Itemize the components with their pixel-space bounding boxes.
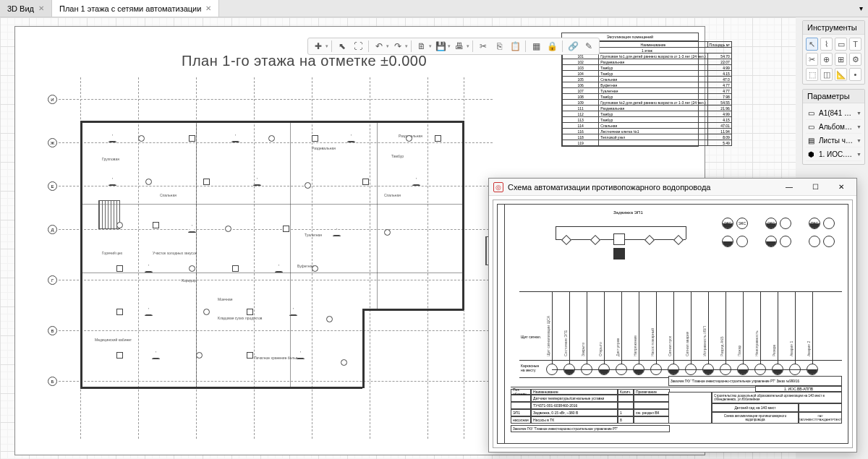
tool-button[interactable]: ✂ — [806, 53, 818, 66]
node: ПКС — [809, 218, 820, 229]
chevron-down-icon: ▼ — [856, 124, 861, 129]
undo-icon[interactable]: ↶ — [372, 39, 386, 53]
grid-bubble: Е — [48, 181, 57, 191]
room-label: Коридор — [182, 278, 196, 283]
param-label: 1. ИОС.ВВ-АГ — [819, 150, 854, 158]
link-icon[interactable]: 🔗 — [566, 39, 580, 53]
table-row: 105Спальная47.0 — [563, 77, 732, 82]
param-row[interactable]: ▭Альбомная▼ — [806, 120, 861, 134]
floor-plan: И Ж Е Д Г В Б Спальная Групповая — [73, 92, 478, 424]
param-icon: ▭ — [806, 121, 816, 132]
column-label: Сигнал пуск — [668, 295, 672, 356]
view-icon[interactable]: ▦ — [529, 39, 543, 53]
room-label: Спальная — [160, 193, 176, 197]
room-label: Тамбур — [391, 154, 404, 158]
spec-cell — [511, 395, 531, 402]
tabs-more-button[interactable]: ▾ — [854, 0, 868, 17]
popup-titlebar[interactable]: ◎ Схема автоматизации противопожарного в… — [489, 179, 856, 196]
tab-3d-view[interactable]: 3D Вид ✕ — [0, 0, 52, 17]
device-symbol — [435, 135, 441, 142]
column-label: Щит сигнализации ЩСА — [546, 295, 550, 356]
column-label: Резерв — [772, 295, 776, 356]
add-icon[interactable]: ✚ — [311, 39, 326, 53]
device-symbol — [247, 309, 253, 315]
tab-plan-1-floor[interactable]: План 1 этажа с сетями автоматизации ✕ — [52, 0, 219, 17]
spec-cell: Насосы в ТК — [531, 416, 618, 424]
param-row[interactable]: ▭A1(841 x 594)▼ — [806, 106, 861, 120]
param-icon: ▭ — [806, 108, 816, 118]
schematic-top: Задвижка ЭП1 ЭКС ЭКС ЭКС — [519, 210, 842, 268]
redo-icon[interactable]: ↷ — [391, 39, 405, 53]
tool-button[interactable]: • — [849, 68, 861, 81]
pan-icon[interactable]: ⛶ — [351, 39, 365, 53]
tool-button[interactable]: ↖ — [806, 38, 818, 51]
minimize-button[interactable]: — — [778, 180, 800, 194]
tool-button[interactable]: ⚙ — [849, 53, 861, 66]
title-block: Поз. обознач. Наименование Колич. Примеч… — [511, 387, 842, 437]
schedule-col: Наименование — [599, 42, 707, 48]
tool-button[interactable]: ⌇ — [820, 38, 833, 51]
tool-button[interactable]: ◫ — [820, 68, 833, 81]
table-row: 118Тепловой узел8.09 — [563, 134, 732, 140]
document-icon[interactable]: 🗎 — [414, 39, 429, 53]
param-row[interactable]: ▤Листы чертеж▼ — [806, 134, 861, 147]
spec-cell: 8 — [618, 416, 634, 424]
table-row: 116Лестничная клетка №111.94 — [563, 129, 732, 134]
grid-bubble: Ж — [48, 138, 57, 147]
tool-button[interactable]: ⊕ — [820, 53, 833, 66]
tool-button[interactable]: ⊞ — [835, 53, 847, 66]
maximize-button[interactable]: ☐ — [804, 180, 826, 194]
tool-button[interactable]: T — [849, 38, 861, 51]
close-icon[interactable]: ✕ — [38, 4, 44, 12]
grid-bubble: Б — [48, 377, 57, 386]
table-row: 102Раздевальная22.07 — [563, 59, 732, 65]
close-icon[interactable]: ✕ — [205, 4, 211, 12]
panel-title: Инструменты — [803, 21, 864, 35]
room-label: Печатное хранение белья — [254, 356, 297, 360]
device-symbol — [145, 179, 152, 185]
paste-icon[interactable]: 📋 — [508, 39, 522, 53]
device-symbol — [362, 179, 369, 185]
save-icon[interactable]: 💾 — [433, 39, 448, 53]
column-label: Авария 2 — [807, 295, 811, 356]
popup-window[interactable]: ◎ Схема автоматизации противопожарного в… — [488, 178, 857, 452]
tools-panel: Инструменты ↖⌇▭T✂⊕⊞⚙⬚◫📐• — [802, 20, 865, 85]
schematic-mid: Каркасные на месту Щит сигнал. Щит сигна… — [519, 291, 842, 378]
node: ЭКС — [736, 218, 748, 229]
spec-cell — [618, 395, 634, 402]
spec-cell — [634, 395, 670, 402]
close-button[interactable]: ✕ — [830, 180, 852, 194]
copy-icon[interactable]: ⎘ — [492, 39, 506, 53]
tool-button[interactable]: ▭ — [835, 38, 847, 51]
room-label: Горячий цех — [102, 251, 122, 255]
panel-title: Параметры — [803, 90, 864, 103]
column-label: Напряжение — [633, 295, 637, 356]
device-symbol — [189, 135, 195, 142]
tool-button[interactable]: ⬚ — [806, 68, 818, 81]
room-label: Групповая — [102, 157, 119, 161]
spec-cell: 1 — [618, 409, 634, 416]
spec-cell: см. раздел ВК — [634, 409, 670, 416]
room-label: Участок холодных закусок — [153, 251, 197, 255]
print-icon[interactable]: 🖶 — [452, 39, 467, 53]
column-label: Пожар — [737, 295, 741, 356]
column-label: Закрыто — [581, 295, 585, 356]
tool-button[interactable]: 📐 — [835, 68, 847, 81]
room-label: Туалетная — [305, 233, 322, 237]
device-symbol — [341, 359, 347, 366]
grid-bubble: Д — [48, 225, 57, 234]
table-row: 107Туалетная4.77 — [563, 88, 732, 94]
param-row[interactable]: ⬢1. ИОС.ВВ-АГ▼ — [806, 147, 861, 161]
device-symbol — [189, 265, 195, 272]
param-label: A1(841 x 594) — [819, 109, 854, 117]
tab-label: 3D Вид — [7, 4, 34, 13]
popup-title: Схема автоматизации противопожарного вод… — [508, 183, 774, 192]
wand-icon[interactable]: ✎ — [582, 39, 596, 53]
column-label: Неисправность — [754, 295, 759, 356]
pointer-icon[interactable]: ⬉ — [335, 39, 349, 53]
cut-icon[interactable]: ✂ — [476, 39, 490, 53]
spec-cell: насосная — [511, 416, 531, 424]
lock-icon[interactable]: 🔒 — [545, 39, 559, 53]
device-symbol — [153, 222, 159, 228]
room-label: Раздевальная — [312, 146, 336, 150]
